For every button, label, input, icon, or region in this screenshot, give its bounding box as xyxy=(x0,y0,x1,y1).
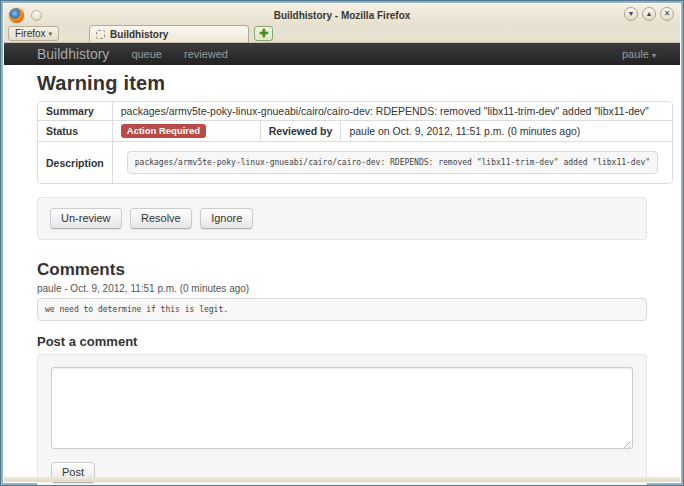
maximize-icon[interactable]: ▴ xyxy=(642,7,656,21)
user-menu-label: paule xyxy=(622,48,649,60)
description-cell: packages/armv5te-poky-linux-gnueabi/cair… xyxy=(112,141,672,183)
tab-title: Buildhistory xyxy=(110,29,168,40)
comment-item: paule - Oct. 9, 2012, 11:51 p.m. (0 minu… xyxy=(37,283,647,321)
summary-value: packages/armv5te-poky-linux-gnueabi/cair… xyxy=(112,102,672,120)
comment-textarea-wrap xyxy=(51,367,633,453)
status-label: Status xyxy=(38,120,112,141)
app-navbar: Buildhistory queue reviewed paule ▾ xyxy=(4,43,680,65)
window-titlebar: Buildhistory - Mozilla Firefox ▾ ▴ ✕ xyxy=(4,4,680,26)
table-row-status: Status Action Required Reviewed by paule… xyxy=(38,120,672,141)
comment-meta: paule - Oct. 9, 2012, 11:51 p.m. (0 minu… xyxy=(37,283,647,294)
table-row-summary: Summary packages/armv5te-poky-linux-gnue… xyxy=(38,102,672,120)
table-row-description: Description packages/armv5te-poky-linux-… xyxy=(38,141,672,183)
chevron-down-icon: ▾ xyxy=(49,30,53,38)
tab-favicon-placeholder-icon xyxy=(96,30,105,39)
window-controls: ▾ ▴ ✕ xyxy=(624,7,674,21)
firefox-menu-button[interactable]: Firefox ▾ xyxy=(8,26,59,41)
un-review-button[interactable]: Un-review xyxy=(50,208,122,229)
description-code-block: packages/armv5te-poky-linux-gnueabi/cair… xyxy=(127,151,658,174)
status-cell: Action Required xyxy=(112,120,260,141)
reviewed-by-label: Reviewed by xyxy=(260,120,341,141)
tab-strip: Firefox ▾ Buildhistory ✚ xyxy=(4,26,680,43)
resolve-button[interactable]: Resolve xyxy=(130,208,192,229)
tab-buildhistory[interactable]: Buildhistory xyxy=(89,25,249,42)
user-menu[interactable]: paule ▾ xyxy=(622,48,656,60)
comments-heading: Comments xyxy=(37,260,647,280)
new-tab-button[interactable]: ✚ xyxy=(254,26,273,41)
comment-body: we need to determine if this is legit. xyxy=(37,298,647,321)
firefox-menu-label: Firefox xyxy=(15,28,46,39)
caret-down-icon: ▾ xyxy=(652,51,656,60)
nav-link-reviewed[interactable]: reviewed xyxy=(184,48,228,60)
reviewed-by-value: paule on Oct. 9, 2012, 11:51 p.m. (0 min… xyxy=(340,120,672,141)
post-comment-heading: Post a comment xyxy=(37,334,647,349)
description-label: Description xyxy=(38,141,112,183)
summary-label: Summary xyxy=(38,102,112,120)
actions-well: Un-review Resolve Ignore xyxy=(37,197,647,240)
window-bottom-edge xyxy=(4,477,680,482)
page-content: Warning item Summary packages/armv5te-po… xyxy=(1,65,683,486)
minimize-icon[interactable]: ▾ xyxy=(624,7,638,21)
comment-textarea[interactable] xyxy=(51,367,633,449)
post-comment-well: Post xyxy=(37,354,647,486)
page-title: Warning item xyxy=(37,72,647,95)
window-title: Buildhistory - Mozilla Firefox xyxy=(4,10,680,21)
navbar-brand[interactable]: Buildhistory xyxy=(37,46,109,62)
warning-details-table: Summary packages/armv5te-poky-linux-gnue… xyxy=(37,101,673,184)
close-icon[interactable]: ✕ xyxy=(660,7,674,21)
status-badge: Action Required xyxy=(121,124,206,138)
browser-window: Buildhistory - Mozilla Firefox ▾ ▴ ✕ Fir… xyxy=(0,0,684,486)
nav-link-queue[interactable]: queue xyxy=(131,48,162,60)
ignore-button[interactable]: Ignore xyxy=(200,208,253,229)
